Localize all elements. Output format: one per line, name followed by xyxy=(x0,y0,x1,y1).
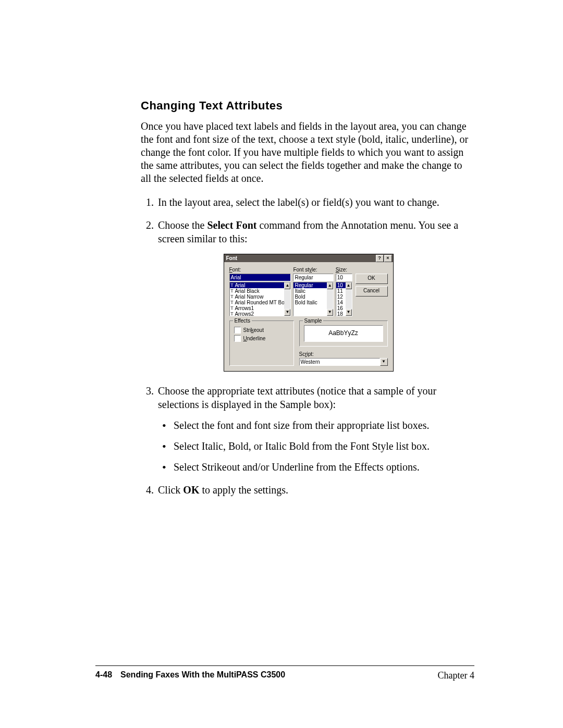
close-icon[interactable]: × xyxy=(384,255,392,262)
checkbox-icon[interactable] xyxy=(234,327,241,334)
size-item[interactable]: 11 xyxy=(337,288,343,294)
scroll-up-icon[interactable]: ▲ xyxy=(346,282,352,289)
size-item[interactable]: 16 xyxy=(337,305,343,311)
footer-title: Sending Faxes With the MultiPASS C3500 xyxy=(120,670,437,681)
size-item[interactable]: 12 xyxy=(337,294,343,300)
font-listbox[interactable]: TArial TArial Black TArial Narrow TArial… xyxy=(229,282,291,316)
font-item[interactable]: Arial Black xyxy=(235,288,259,294)
intro-paragraph: Once you have placed text labels and fie… xyxy=(141,120,474,185)
style-listbox[interactable]: Regular Italic Bold Bold Italic ▲ ▼ xyxy=(293,282,333,316)
bullet-item: Select the font and font size from their… xyxy=(174,418,474,432)
style-item[interactable]: Italic xyxy=(295,288,305,294)
step-4-post: to apply the settings. xyxy=(199,484,288,496)
bullet-item: Select Italic, Bold, or Italic Bold from… xyxy=(174,439,474,453)
dialog-title: Font xyxy=(226,255,375,262)
font-input[interactable]: Arial xyxy=(229,274,291,281)
ok-button[interactable]: OK xyxy=(356,274,388,284)
size-item[interactable]: 10 xyxy=(337,282,343,288)
font-item[interactable]: Arial xyxy=(235,282,245,288)
sample-label: Sample xyxy=(303,317,324,324)
scrollbar[interactable]: ▲ ▼ xyxy=(284,282,290,316)
effects-group: Effects Strikeout Underline xyxy=(229,320,294,366)
font-item[interactable]: Arial Narrow xyxy=(235,294,263,300)
dialog-titlebar: Font ? × xyxy=(224,254,393,262)
step-4-bold: OK xyxy=(183,484,199,496)
step-3-text: Choose the appropriate text attributes (… xyxy=(158,385,436,410)
style-item[interactable]: Bold Italic xyxy=(295,300,317,305)
scroll-down-icon[interactable]: ▼ xyxy=(346,309,352,316)
step-3: Choose the appropriate text attributes (… xyxy=(156,384,474,474)
step-2-bold: Select Font xyxy=(207,219,256,231)
script-label: Script: xyxy=(299,351,388,357)
help-icon[interactable]: ? xyxy=(376,255,384,262)
scroll-up-icon[interactable]: ▲ xyxy=(327,282,333,289)
size-item[interactable]: 18 xyxy=(337,311,343,316)
chevron-down-icon[interactable]: ▼ xyxy=(380,358,388,366)
scrollbar[interactable]: ▲ ▼ xyxy=(327,282,333,316)
style-item[interactable]: Regular xyxy=(295,282,313,288)
font-item[interactable]: Arial Rounded MT Bold xyxy=(235,300,288,305)
chapter-label: Chapter 4 xyxy=(438,670,474,681)
dialog-body: Font: Arial TArial TArial Black TArial N… xyxy=(224,262,393,371)
scrollbar[interactable]: ▲ ▼ xyxy=(346,282,352,316)
size-label: Size: xyxy=(336,266,352,273)
font-dialog: Font ? × Font: Arial TArial xyxy=(224,254,394,372)
font-item[interactable]: Arrows2 xyxy=(235,311,254,316)
style-item[interactable]: Bold xyxy=(295,294,305,300)
size-listbox[interactable]: 10 11 12 14 16 18 20 ▲ xyxy=(336,282,352,316)
strikeout-checkbox[interactable]: Strikeout xyxy=(234,327,289,334)
step-2-pre: Choose the xyxy=(158,219,207,231)
style-input[interactable]: Regular xyxy=(293,274,333,281)
checkbox-icon[interactable] xyxy=(234,335,241,342)
script-combo[interactable]: Western xyxy=(299,358,380,366)
section-heading: Changing Text Attributes xyxy=(141,99,474,113)
style-label: Font style: xyxy=(293,266,333,273)
scroll-down-icon[interactable]: ▼ xyxy=(284,309,290,316)
underline-checkbox[interactable]: Underline xyxy=(234,335,289,342)
step-2: Choose the Select Font command from the … xyxy=(156,218,474,372)
steps-list: In the layout area, select the label(s) … xyxy=(141,195,474,497)
cancel-button[interactable]: Cancel xyxy=(356,286,388,297)
sample-group: Sample AaBbYyZz xyxy=(299,320,388,347)
font-label: Font: xyxy=(229,266,291,273)
size-input[interactable]: 10 xyxy=(336,274,352,281)
bullet-item: Select Strikeout and/or Underline from t… xyxy=(174,460,474,474)
font-dialog-screenshot: Font ? × Font: Arial TArial xyxy=(142,254,474,372)
step-4-pre: Click xyxy=(158,484,183,496)
scroll-down-icon[interactable]: ▼ xyxy=(327,309,333,316)
font-item[interactable]: Arrows1 xyxy=(235,305,254,311)
size-item[interactable]: 14 xyxy=(337,300,343,305)
step-4: Click OK to apply the settings. xyxy=(156,483,474,497)
page-footer: 4-48 Sending Faxes With the MultiPASS C3… xyxy=(95,665,474,681)
truetype-icon: T xyxy=(231,282,234,288)
scroll-up-icon[interactable]: ▲ xyxy=(284,282,290,289)
step-1: In the layout area, select the label(s) … xyxy=(156,195,474,209)
sample-preview: AaBbYyZz xyxy=(304,325,383,342)
page-number: 4-48 xyxy=(95,670,112,681)
effects-label: Effects xyxy=(233,317,252,324)
manual-page: Changing Text Attributes Once you have p… xyxy=(0,0,563,728)
